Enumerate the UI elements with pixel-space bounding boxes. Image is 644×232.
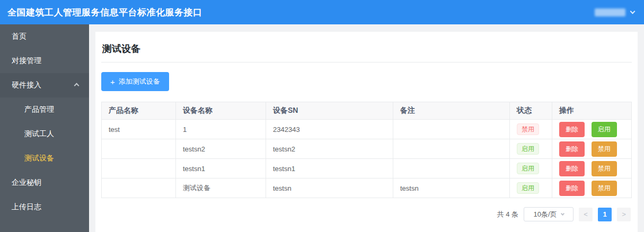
cell-device: 1 (176, 120, 266, 139)
cell-product (102, 159, 176, 179)
disable-button[interactable]: 禁用 (592, 161, 617, 176)
col-device-name: 设备名称 (176, 102, 266, 120)
table-row: test 1 2342343 禁用 删除 启用 (102, 120, 632, 139)
sidebar-item-test-worker[interactable]: 测试工人 (0, 122, 89, 146)
sidebar-item-upload-log[interactable]: 上传日志 (0, 195, 89, 219)
cell-device: 测试设备 (176, 179, 266, 198)
cell-product (102, 139, 176, 159)
chevron-down-icon (630, 9, 636, 14)
sidebar-item-label: 产品管理 (24, 105, 54, 114)
sidebar-item-label: 测试设备 (24, 154, 54, 163)
page-size-select[interactable]: 10条/页 (524, 207, 574, 221)
prev-page-button[interactable]: < (579, 208, 593, 221)
cell-device: testsn2 (176, 139, 266, 159)
status-badge: 启用 (517, 143, 539, 155)
sidebar-item-home[interactable]: 首页 (0, 24, 89, 49)
page-size-value: 10条/页 (533, 210, 557, 219)
col-remark: 备注 (393, 102, 510, 120)
content-card: 测试设备 + 添加测试设备 产品名称 设备名称 设备SN 备注 状态 (95, 32, 638, 232)
col-operation: 操作 (552, 102, 632, 120)
table-row: testsn2 testsn2 启用 删除 禁用 (102, 139, 632, 159)
status-badge: 禁用 (517, 123, 539, 135)
page-layout: 首页 对接管理 硬件接入 产品管理 测试工人 测试设备 企业秘钥 上传日志 测试… (0, 24, 644, 232)
sidebar-item-label: 企业秘钥 (12, 178, 41, 188)
sidebar-item-docking-management[interactable]: 对接管理 (0, 49, 89, 73)
delete-button[interactable]: 删除 (559, 141, 585, 157)
sidebar-item-test-device[interactable]: 测试设备 (0, 146, 89, 171)
cell-device: testsn1 (176, 159, 266, 179)
status-badge: 启用 (517, 182, 539, 194)
table-row: testsn1 testsn1 启用 删除 禁用 (102, 159, 632, 179)
plus-icon: + (110, 79, 115, 85)
add-button-label: 添加测试设备 (119, 77, 160, 86)
delete-button[interactable]: 删除 (559, 181, 585, 196)
col-device-sn: 设备SN (266, 102, 393, 120)
sidebar-item-label: 首页 (12, 32, 27, 41)
page-number-1[interactable]: 1 (598, 208, 612, 221)
add-test-device-button[interactable]: + 添加测试设备 (101, 72, 169, 91)
status-badge: 启用 (517, 163, 539, 174)
top-header-bar: 全国建筑工人管理服务信息平台标准化服务接口 (0, 0, 644, 24)
table-row: 测试设备 testsn testsn 启用 删除 禁用 (102, 179, 632, 198)
cell-product: test (102, 120, 176, 139)
cell-sn: testsn (266, 179, 393, 198)
enable-button[interactable]: 启用 (592, 122, 617, 137)
table-header-row: 产品名称 设备名称 设备SN 备注 状态 操作 (102, 102, 632, 120)
sidebar-item-enterprise-key[interactable]: 企业秘钥 (0, 171, 89, 195)
main-content: 测试设备 + 添加测试设备 产品名称 设备名称 设备SN 备注 状态 (89, 24, 644, 232)
sidebar-item-label: 上传日志 (12, 202, 41, 212)
disable-button[interactable]: 禁用 (592, 181, 617, 196)
cell-remark (393, 120, 510, 139)
total-count-label: 共 4 条 (497, 210, 518, 219)
delete-button[interactable]: 删除 (559, 122, 585, 137)
sidebar-group-hardware-access[interactable]: 硬件接入 (0, 73, 89, 97)
title-divider (101, 62, 632, 63)
device-table: 产品名称 设备名称 设备SN 备注 状态 操作 test 1 2342343 (101, 102, 632, 198)
cell-remark: testsn (393, 179, 510, 198)
chevron-up-icon (74, 83, 80, 88)
cell-remark (393, 139, 510, 159)
sidebar-item-label: 对接管理 (12, 56, 41, 66)
disable-button[interactable]: 禁用 (592, 141, 617, 157)
pagination: 共 4 条 10条/页 < 1 > (101, 198, 632, 221)
sidebar-nav: 首页 对接管理 硬件接入 产品管理 测试工人 测试设备 企业秘钥 上传日志 (0, 24, 89, 232)
col-product-name: 产品名称 (102, 102, 176, 120)
cell-sn: testsn1 (266, 159, 393, 179)
cell-remark (393, 159, 510, 179)
cell-sn: testsn2 (266, 139, 393, 159)
app-title: 全国建筑工人管理服务信息平台标准化服务接口 (7, 6, 202, 19)
delete-button[interactable]: 删除 (559, 161, 585, 176)
next-page-button[interactable]: > (617, 208, 631, 221)
chevron-down-icon (560, 212, 564, 216)
sidebar-item-label: 测试工人 (24, 129, 54, 139)
col-status: 状态 (510, 102, 552, 120)
cell-product (102, 179, 176, 198)
page-title: 测试设备 (101, 32, 632, 62)
sidebar-item-label: 硬件接入 (12, 81, 41, 90)
user-menu[interactable] (595, 8, 634, 16)
sidebar-item-product-management[interactable]: 产品管理 (0, 97, 89, 122)
cell-sn: 2342343 (266, 120, 393, 139)
username-redacted (595, 8, 625, 16)
